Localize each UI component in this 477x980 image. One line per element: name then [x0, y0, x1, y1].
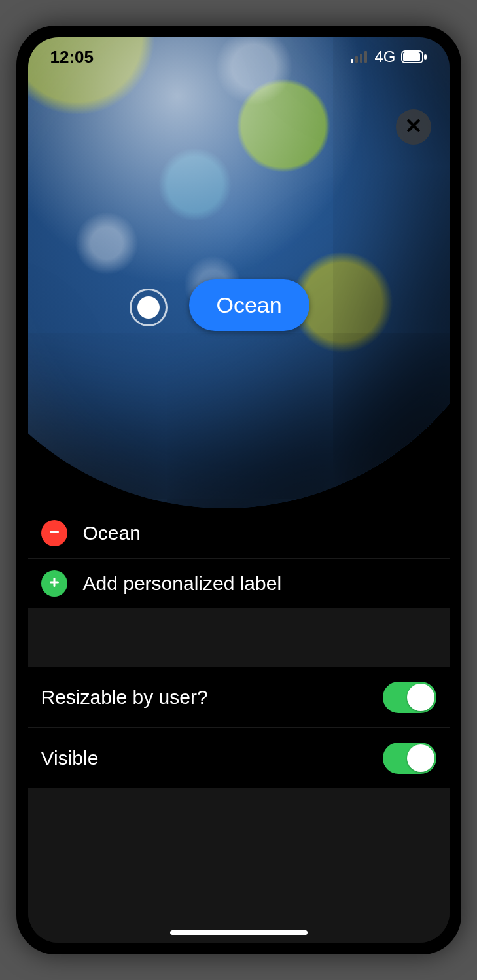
globe-image	[28, 37, 450, 508]
filler	[28, 788, 450, 943]
settings-list: Resizable by user? Visible	[28, 667, 450, 788]
signal-icon	[351, 51, 369, 63]
svg-rect-3	[364, 51, 367, 63]
label-row[interactable]: Ocean	[28, 508, 450, 559]
visible-row: Visible	[28, 728, 450, 788]
close-button[interactable]	[396, 109, 431, 145]
svg-rect-0	[351, 59, 353, 63]
svg-rect-9	[50, 582, 59, 584]
status-bar: 12:05 4G	[28, 37, 450, 77]
svg-rect-1	[355, 56, 358, 63]
svg-rect-5	[403, 52, 420, 61]
add-label-button[interactable]	[41, 570, 67, 597]
resizable-toggle[interactable]	[383, 682, 436, 713]
minus-icon	[48, 525, 61, 541]
map-marker[interactable]	[130, 289, 168, 326]
status-time: 12:05	[50, 47, 94, 67]
phone-frame: 12:05 4G	[16, 26, 461, 954]
screen: 12:05 4G	[28, 37, 450, 943]
add-label-row[interactable]: Add personalized label	[28, 559, 450, 608]
battery-icon	[401, 50, 427, 63]
svg-rect-2	[360, 54, 362, 63]
home-indicator[interactable]	[170, 930, 308, 935]
label-row-text: Ocean	[83, 522, 141, 544]
plus-icon	[48, 576, 61, 591]
network-label: 4G	[374, 48, 395, 66]
marker-dot-icon	[137, 296, 160, 319]
status-right: 4G	[351, 48, 427, 66]
visible-label: Visible	[41, 747, 99, 769]
remove-label-button[interactable]	[41, 520, 67, 546]
label-list: Ocean Add personalized label	[28, 508, 450, 608]
close-icon	[405, 117, 422, 137]
visible-toggle[interactable]	[383, 743, 436, 774]
label-pill[interactable]: Ocean	[189, 279, 309, 331]
resizable-label: Resizable by user?	[41, 686, 208, 709]
add-label-text: Add personalized label	[83, 572, 282, 595]
svg-rect-7	[50, 531, 59, 533]
preview-area[interactable]: Ocean	[28, 37, 450, 508]
switch-knob-icon	[407, 744, 434, 772]
section-gap	[28, 608, 450, 667]
svg-rect-6	[424, 54, 427, 60]
resizable-row: Resizable by user?	[28, 667, 450, 728]
switch-knob-icon	[407, 684, 434, 711]
